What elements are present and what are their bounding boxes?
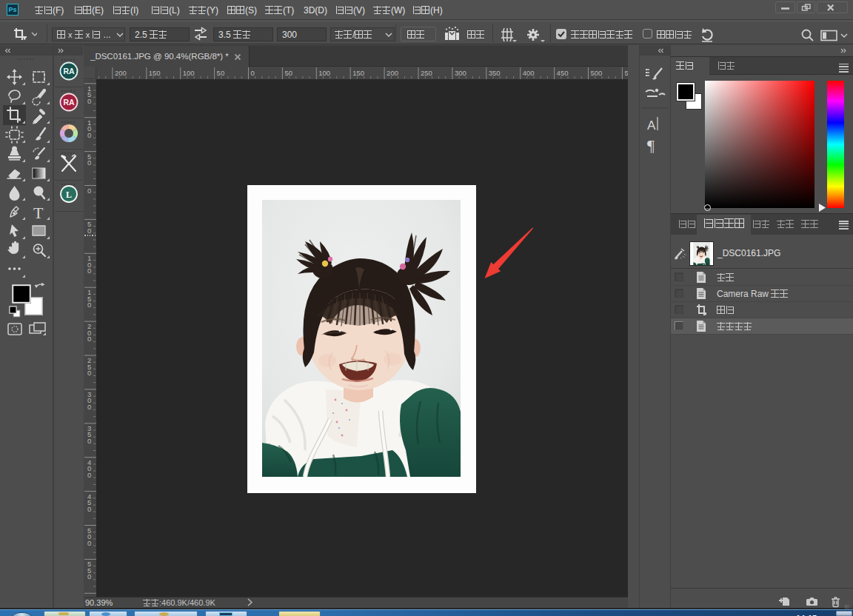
svg-text:0: 0 <box>87 187 91 195</box>
svg-text:L: L <box>66 190 72 200</box>
svg-text:250: 250 <box>421 69 432 77</box>
svg-text:150: 150 <box>149 69 161 77</box>
svg-text:500: 500 <box>591 69 603 77</box>
svg-text:400: 400 <box>523 69 535 77</box>
svg-text:0: 0 <box>87 539 91 547</box>
svg-text:0: 0 <box>87 158 91 167</box>
svg-text:0: 0 <box>87 403 91 411</box>
svg-text:0: 0 <box>87 97 91 105</box>
svg-text:0: 0 <box>251 69 255 77</box>
svg-text:0: 0 <box>87 267 91 275</box>
svg-text:0: 0 <box>87 131 91 139</box>
svg-text:50: 50 <box>217 69 225 77</box>
svg-text:150: 150 <box>352 69 364 77</box>
svg-text:200: 200 <box>115 69 127 77</box>
svg-text:RA: RA <box>63 67 75 76</box>
svg-text:550: 550 <box>624 69 628 77</box>
svg-text:0: 0 <box>87 572 91 580</box>
svg-text:100: 100 <box>183 69 195 77</box>
svg-text:350: 350 <box>489 69 501 77</box>
svg-text:¶: ¶ <box>647 136 655 155</box>
svg-text:200: 200 <box>387 69 398 77</box>
svg-text:0: 0 <box>87 437 91 445</box>
svg-text:0: 0 <box>87 369 91 377</box>
svg-text:A: A <box>647 118 656 133</box>
svg-text:6: 6 <box>87 594 91 596</box>
svg-text:RA: RA <box>63 98 75 107</box>
svg-text:100: 100 <box>318 69 330 77</box>
svg-text:0: 0 <box>87 335 91 343</box>
svg-text:50: 50 <box>284 69 292 77</box>
svg-text:300: 300 <box>455 69 466 77</box>
svg-text:T: T <box>33 204 44 222</box>
svg-text:0: 0 <box>87 471 91 479</box>
svg-text:0: 0 <box>87 301 91 309</box>
svg-text:0: 0 <box>87 505 91 513</box>
svg-text:0: 0 <box>87 227 91 235</box>
svg-text:450: 450 <box>557 69 569 77</box>
